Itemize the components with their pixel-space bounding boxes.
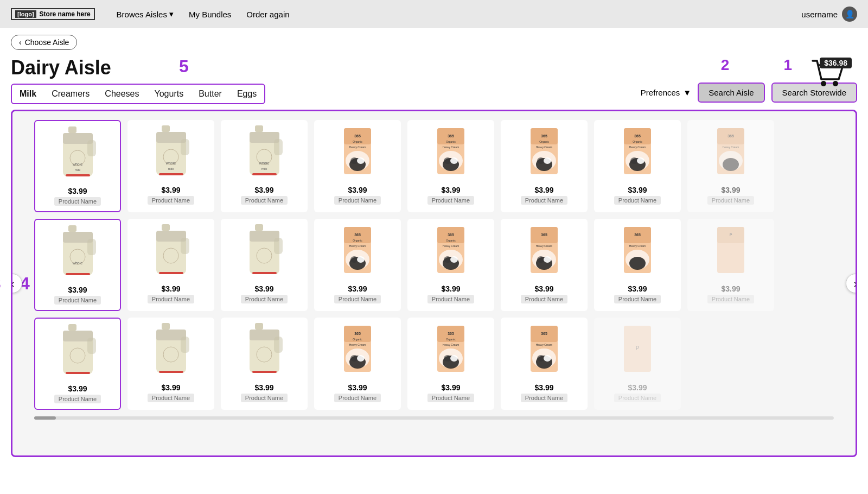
tab-yogurts[interactable]: Yogurts	[152, 88, 186, 100]
tab-creamers[interactable]: Creamers	[49, 88, 92, 100]
svg-rect-18	[255, 125, 263, 132]
scrollbar-track[interactable]	[34, 416, 834, 420]
product-price: $3.99	[254, 284, 273, 293]
svg-text:Organic: Organic	[353, 239, 362, 242]
svg-rect-2	[68, 126, 76, 133]
svg-point-34	[357, 157, 365, 164]
product-card[interactable]: P $3.99 Product Name	[594, 318, 681, 410]
product-price: $3.99	[628, 186, 647, 194]
nav-links: Browes Aisles ▾ My Bundles Order again	[117, 9, 290, 19]
cream-carton-image: 365 Heavy Cream	[711, 125, 751, 182]
navbar: [logo] Store name here Browes Aisles ▾ M…	[0, 0, 868, 28]
product-card[interactable]: whole milk $3.99 Product Name	[34, 120, 121, 212]
product-name: Product Name	[614, 295, 661, 303]
product-card[interactable]: 365 Organic Heavy Cream $3.99 Product Na…	[314, 120, 401, 212]
product-name: Product Name	[148, 196, 194, 205]
svg-text:365: 365	[541, 134, 547, 138]
svg-text:365: 365	[634, 134, 641, 138]
svg-rect-122	[68, 324, 76, 331]
product-row-3: $3.99 Product Name $3.99 Product Name	[34, 318, 834, 410]
product-card[interactable]: 365 Organic Heavy Cream $3.99 Product Na…	[407, 120, 494, 212]
svg-rect-75	[162, 224, 170, 231]
tab-cheeses[interactable]: Cheeses	[103, 88, 141, 100]
product-name: Product Name	[54, 197, 101, 206]
annotation-1: 1	[783, 56, 792, 74]
product-card[interactable]: 365 Organic Heavy Cream $3.99 Product Na…	[501, 120, 588, 212]
product-card[interactable]: whole $3.99 Product Name	[34, 219, 121, 311]
cream-carton-image: P	[617, 323, 658, 380]
tab-milk[interactable]: Milk	[17, 88, 39, 100]
svg-point-42	[444, 157, 451, 164]
product-card[interactable]: whole milk $3.99 Product Name	[127, 120, 214, 212]
scrollbar-thumb[interactable]	[34, 416, 56, 420]
product-price: $3.99	[68, 187, 87, 195]
grid-wrapper: 3 4 ‹ whole milk	[11, 110, 857, 457]
milk-jug-image: whole milk	[151, 125, 192, 182]
product-card[interactable]: P $3.99 Product Name	[687, 219, 774, 311]
user-avatar-icon[interactable]: 👤	[842, 7, 857, 22]
product-price: $3.99	[628, 383, 647, 392]
product-card[interactable]: 365 Organic Heavy Cream $3.99 Product Na…	[314, 219, 401, 311]
svg-text:Organic: Organic	[633, 140, 642, 143]
product-card[interactable]: $3.99 Product Name	[127, 219, 214, 311]
cream-carton-image: 365 Heavy Cream	[524, 224, 565, 281]
tab-butter[interactable]: Butter	[196, 88, 224, 100]
chevron-down-icon: ▾	[169, 9, 174, 19]
svg-text:365: 365	[354, 134, 361, 138]
svg-rect-128	[162, 323, 170, 330]
product-card[interactable]: $3.99 Product Name	[127, 318, 214, 410]
product-card[interactable]: 365 Heavy Cream $3.99 Product Name	[594, 219, 681, 311]
svg-text:milk: milk	[74, 168, 81, 172]
carousel-next-button[interactable]: ›	[846, 274, 857, 293]
product-card[interactable]: $3.99 Product Name	[34, 318, 121, 410]
preferences-button[interactable]: Prefrences ▼	[641, 88, 691, 97]
cream-carton-image: 365 Organic Heavy Cream	[431, 224, 471, 281]
cart-area[interactable]: $36.98	[808, 56, 846, 89]
choose-aisle-button[interactable]: ‹ Choose Aisle	[11, 35, 77, 50]
svg-point-164	[537, 355, 545, 362]
product-name: Product Name	[521, 295, 567, 303]
product-name: Product Name	[148, 295, 194, 303]
product-card[interactable]: 365 Organic Heavy Cream $3.99 Product Na…	[594, 120, 681, 212]
svg-point-147	[350, 355, 358, 362]
cream-carton-image: 365 Heavy Cream	[617, 224, 658, 281]
product-card[interactable]: $3.99 Product Name	[221, 318, 308, 410]
product-name: Product Name	[334, 394, 381, 402]
nav-browse-aisles[interactable]: Browes Aisles ▾	[117, 9, 174, 19]
search-aisle-button[interactable]: Search Aisle	[698, 83, 764, 103]
tab-eggs[interactable]: Eggs	[235, 88, 259, 100]
svg-text:Heavy Cream: Heavy Cream	[535, 343, 552, 346]
svg-rect-74	[66, 273, 90, 275]
product-card[interactable]: 365 Heavy Cream $3.99 Product Name	[501, 318, 588, 410]
aisle-tabs: Milk Creamers Cheeses Yogurts Butter Egg…	[11, 84, 265, 104]
product-card[interactable]: 365 Organic Heavy Cream $3.99 Product Na…	[407, 219, 494, 311]
svg-text:Heavy Cream: Heavy Cream	[629, 145, 646, 149]
logo[interactable]: [logo] Store name here	[11, 8, 95, 20]
milk-jug-image	[244, 224, 285, 281]
product-card[interactable]: 365 Organic Heavy Cream $3.99 Product Na…	[314, 318, 401, 410]
svg-text:Organic: Organic	[446, 140, 456, 143]
cream-carton-image: 365 Organic Heavy Cream	[431, 323, 471, 380]
annotation-2: 2	[721, 56, 730, 74]
svg-point-60	[630, 157, 638, 164]
svg-point-67	[723, 158, 739, 171]
product-name: Product Name	[427, 196, 474, 205]
product-name: Product Name	[614, 196, 661, 205]
milk-jug-image	[58, 324, 98, 381]
product-card[interactable]: $3.99 Product Name	[221, 219, 308, 311]
svg-rect-17	[159, 173, 183, 175]
milk-jug-image: whole milk	[58, 126, 98, 183]
product-card[interactable]: whole milk $3.99 Product Name	[221, 120, 308, 212]
nav-order-again[interactable]: Order again	[246, 10, 289, 19]
svg-text:Organic: Organic	[446, 338, 456, 341]
milk-jug-image	[244, 323, 285, 380]
svg-text:365: 365	[634, 233, 641, 237]
product-price: $3.99	[254, 383, 273, 392]
cart-icon[interactable]: $36.98	[808, 56, 846, 89]
product-card[interactable]: 365 Heavy Cream $3.99 Product Name	[501, 219, 588, 311]
nav-my-bundles[interactable]: My Bundles	[189, 10, 231, 19]
product-card[interactable]: 365 Heavy Cream $3.99 Product Name	[687, 120, 774, 212]
product-card[interactable]: 365 Organic Heavy Cream $3.99 Product Na…	[407, 318, 494, 410]
product-price: $3.99	[441, 284, 460, 293]
product-price: $3.99	[68, 286, 87, 294]
